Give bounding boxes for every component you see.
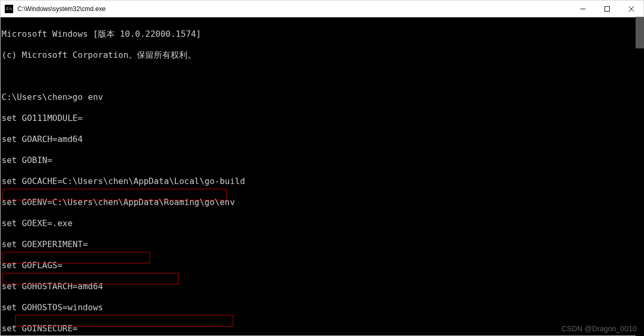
env-line: set GOARCH=amd64 xyxy=(2,134,642,145)
env-line: set GOINSECURE= xyxy=(2,323,642,334)
titlebar[interactable]: C:\ C:\Windows\system32\cmd.exe xyxy=(1,1,643,17)
maximize-icon xyxy=(605,6,610,12)
env-line: set GO111MODULE= xyxy=(2,113,642,124)
minimize-button[interactable] xyxy=(571,1,595,17)
terminal-output[interactable]: Microsoft Windows [版本 10.0.22000.1574] (… xyxy=(1,17,643,335)
env-line: set GOEXE=.exe xyxy=(2,218,642,229)
cmd-window: C:\ C:\Windows\system32\cmd.exe Microsof… xyxy=(0,0,644,336)
terminal-line: Microsoft Windows [版本 10.0.22000.1574] xyxy=(2,29,642,39)
env-line: set GOEXPERIMENT= xyxy=(2,239,642,250)
close-button[interactable] xyxy=(619,1,643,17)
env-line: set GOENV=C:\Users\chen\AppData\Roaming\… xyxy=(2,197,642,208)
close-icon xyxy=(629,6,634,12)
minimize-icon xyxy=(580,6,586,12)
window-controls xyxy=(571,1,643,17)
env-line: set GOCACHE=C:\Users\chen\AppData\Local\… xyxy=(2,176,642,187)
cmd-icon: C:\ xyxy=(5,5,13,13)
scrollbar-thumb[interactable] xyxy=(636,17,644,48)
prompt-line: C:\Users\chen>go env xyxy=(2,92,642,103)
env-line: set GOBIN= xyxy=(2,155,642,166)
env-line: set GOHOSTARCH=amd64 xyxy=(2,281,642,292)
terminal-line: (c) Microsoft Corporation。保留所有权利。 xyxy=(2,50,642,60)
svg-rect-1 xyxy=(605,6,610,11)
terminal-line xyxy=(2,71,642,82)
window-title: C:\Windows\system32\cmd.exe xyxy=(17,5,571,13)
scrollbar[interactable] xyxy=(636,17,644,336)
env-line: set GOFLAGS= xyxy=(2,260,642,271)
watermark: CSDN @Dragon_0010 xyxy=(561,324,637,333)
env-line: set GOHOSTOS=windows xyxy=(2,302,642,313)
cmd-icon-label: C:\ xyxy=(6,7,12,11)
maximize-button[interactable] xyxy=(595,1,619,17)
